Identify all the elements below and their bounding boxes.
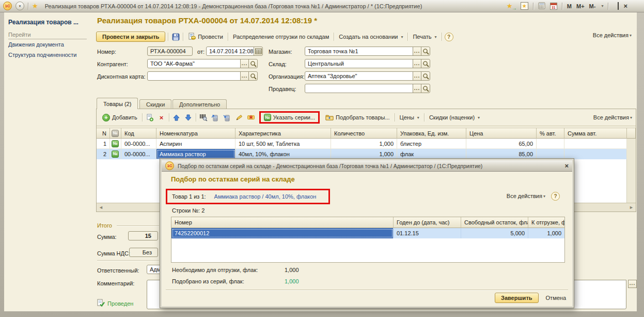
shop-select-button[interactable]: ... (413, 47, 421, 56)
organization-search-button[interactable] (421, 71, 430, 81)
prices-button[interactable]: Цены ▾ (398, 113, 421, 122)
warehouse-select-button[interactable]: ... (413, 59, 421, 68)
col-code[interactable]: Код (121, 128, 156, 139)
terminal-unload-icon[interactable] (223, 112, 232, 123)
maximize-button[interactable] (618, 3, 619, 9)
counterparty-field[interactable]: ТОО "АК-Фарма" (147, 59, 241, 68)
counterparty-select-button[interactable]: ... (240, 59, 249, 68)
col-nomenclature[interactable]: Номенклатура (156, 128, 235, 139)
favorites-list-icon[interactable]: ★ (521, 2, 528, 10)
help-icon[interactable]: ? (445, 33, 453, 41)
number-field[interactable]: РТХА-000004 (147, 47, 193, 56)
memory-button[interactable]: M (567, 3, 572, 9)
selected-cell: 74252200012 (171, 228, 394, 238)
memory-plus-button[interactable]: M+ (576, 3, 585, 9)
sidebar-item-movements[interactable]: Движения документа (8, 41, 64, 48)
seller-search-button[interactable] (421, 84, 430, 93)
shop-search-button[interactable] (421, 47, 430, 56)
distribution-button[interactable]: Распределение отгрузки по складам (231, 33, 331, 41)
seller-select-button[interactable]: ... (413, 84, 421, 93)
post-and-close-button[interactable]: Провести и закрыть (96, 32, 165, 42)
col-characteristic[interactable]: Характеристика (235, 128, 331, 139)
calculator-icon[interactable] (538, 2, 545, 10)
goods-all-actions-button[interactable]: Все действия ▾ (593, 114, 632, 120)
organization-select-button[interactable]: ... (413, 71, 421, 81)
discounts-button[interactable]: Скидки (наценки) ▾ (427, 113, 482, 122)
price-tag-icon[interactable] (246, 112, 256, 123)
highlight-box-product: Товар 1 из 1: Аммиака раствор / 40мл, 10… (166, 189, 330, 204)
table-row[interactable]: 1 № 00-0000... Аспирин 10 шт, 500 мг, Та… (97, 139, 627, 149)
tab-discounts[interactable]: Скидки (139, 99, 171, 109)
terminal-load-icon[interactable] (211, 112, 220, 123)
barcode-scan-icon[interactable] (199, 112, 208, 123)
col-to-ship[interactable]: К отгрузке, флак (528, 217, 564, 228)
shop-field[interactable]: Торговая точка №1 (305, 47, 413, 56)
required-label: Необходимо для отгрузки, флак: (172, 267, 258, 273)
product-name[interactable]: Аммиака раствор / 40мл, 10%, флакон (214, 193, 317, 200)
command-bar: Провести и закрыть Провести Распределени… (96, 30, 453, 43)
sidebar-item-structure[interactable]: Структура подчиненности (8, 52, 77, 58)
specify-series-button[interactable]: № Указать серии... (264, 114, 315, 121)
tab-additional[interactable]: Дополнительно (172, 99, 227, 109)
save-icon[interactable] (171, 32, 180, 42)
col-pct-auto[interactable]: % авт. (537, 128, 564, 139)
goods-table-header: N № Код Номенклатура Характеристика Коли… (97, 128, 636, 139)
finish-button[interactable]: Завершить (495, 293, 539, 303)
vat-field[interactable]: Без (129, 248, 158, 257)
favorites-star-icon[interactable]: ★ (32, 3, 38, 9)
page-title: Реализация товаров РТХА-000004 от 14.07.… (97, 16, 317, 25)
add-row-button[interactable]: + Добавить (100, 113, 139, 123)
close-button[interactable]: × (623, 3, 627, 9)
chevron-down-icon: ▾ (417, 115, 419, 120)
organization-field[interactable]: Аптека "Здоровье" (305, 71, 413, 81)
sidebar-header[interactable]: Реализация товаров ... (8, 19, 78, 26)
col-series-icon[interactable]: № (110, 128, 121, 139)
col-expiry[interactable]: Годен до (дата, час) (394, 217, 461, 228)
discount-card-search-button[interactable] (248, 71, 258, 81)
dialog-close-icon[interactable]: × (564, 162, 569, 169)
form-all-actions-button[interactable]: Все действия ▾ (593, 32, 632, 38)
print-button[interactable]: Печать ▾ (411, 33, 438, 41)
cancel-button[interactable]: Отмена (544, 294, 568, 302)
col-n[interactable]: N (97, 128, 110, 139)
discount-card-select-button[interactable]: ... (240, 71, 249, 81)
col-quantity[interactable]: Количество (331, 128, 397, 139)
memory-minus-button[interactable]: M- (589, 3, 596, 9)
system-menu-button[interactable]: ▾ (15, 2, 24, 10)
series-table-row-selected[interactable]: 74252200012 01.12.15 5,000 1,000 (171, 228, 564, 238)
scroll-left-icon[interactable]: ◄ (99, 205, 103, 210)
move-down-icon[interactable] (184, 112, 193, 123)
warehouse-field[interactable]: Центральный (305, 59, 413, 68)
date-field[interactable]: 14.07.2014 12:08:19 (206, 47, 254, 56)
pencil-icon[interactable] (234, 112, 244, 123)
dialog-help-icon[interactable]: ? (551, 192, 560, 201)
goods-table-vscroll[interactable] (627, 139, 636, 203)
scroll-right-icon[interactable]: ► (629, 205, 634, 210)
posted-status: Проведен (97, 299, 133, 308)
col-series-number[interactable]: Номер (171, 217, 394, 228)
sum-field[interactable]: 15 (128, 231, 158, 240)
counterparty-search-button[interactable] (248, 59, 258, 68)
col-price[interactable]: Цена (466, 128, 537, 139)
calendar-icon[interactable]: 31 (550, 3, 557, 10)
posted-doc-check-icon (97, 299, 105, 308)
col-sum-auto[interactable]: Сумма авт. (564, 128, 627, 139)
post-button[interactable]: Провести (186, 32, 225, 42)
delete-row-icon[interactable]: × (157, 112, 166, 123)
date-calendar-button[interactable] (254, 47, 263, 56)
seller-field[interactable] (305, 84, 413, 93)
copy-row-icon[interactable] (145, 112, 154, 123)
col-pack[interactable]: Упаковка, Ед. изм. (397, 128, 466, 139)
create-based-on-button[interactable]: Создать на основании ▾ (337, 33, 405, 41)
table-row-selected[interactable]: 2 № 00-0000... Аммиака раствор 40мл, 10%… (97, 149, 627, 159)
dialog-all-actions-button[interactable]: Все действия ▾ (507, 193, 545, 199)
discount-card-field[interactable] (147, 71, 241, 81)
pick-goods-button[interactable]: Подобрать товары... (323, 113, 392, 123)
add-to-favorites-icon[interactable]: ★ → (507, 2, 516, 10)
move-up-icon[interactable] (172, 112, 181, 123)
comment-expand-button[interactable]: ... (628, 280, 637, 288)
col-free-balance[interactable]: Свободный остаток, флак (461, 217, 528, 228)
tab-goods[interactable]: Товары (2) (97, 98, 138, 109)
titlebar-more-icon[interactable]: ▾ (601, 4, 603, 8)
warehouse-search-button[interactable] (421, 59, 430, 68)
